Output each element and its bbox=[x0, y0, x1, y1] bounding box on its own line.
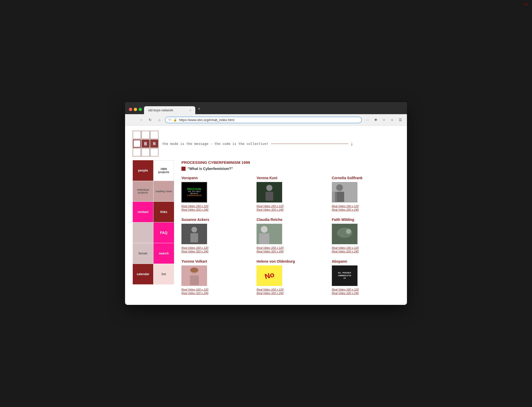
video-name-faith[interactable]: Faith Wilding bbox=[332, 218, 399, 222]
video-link-faith-real-video-320-x-240[interactable]: Real Video 320 x 240 bbox=[332, 250, 399, 253]
video-name-yvonne[interactable]: Yvonne Volkart bbox=[181, 259, 249, 263]
video-item-faith: Faith Wilding Real Video 160 x 120Real V… bbox=[332, 218, 399, 253]
menu-button[interactable]: ☰ bbox=[397, 116, 404, 123]
video-links-faith: Real Video 160 x 120Real Video 320 x 240 bbox=[332, 246, 399, 253]
video-link-yvonne-real-video-160-x-120[interactable]: Real Video 160 x 120 bbox=[181, 288, 249, 291]
video-name-verena[interactable]: Verena Kuni bbox=[257, 176, 324, 180]
chevron-right-button[interactable]: » bbox=[388, 116, 396, 123]
forward-button[interactable]: → bbox=[137, 116, 145, 123]
video-thumb-vorspann: PROCESSING The Old Boys Network CYBERFEM… bbox=[181, 182, 207, 202]
video-links-claudia: Real Video 160 x 120Real Video 320 x 240 bbox=[257, 246, 324, 253]
video-link-verena-real-video-320-x-240[interactable]: Real Video 320 x 240 bbox=[257, 208, 324, 211]
more-button[interactable]: ··· bbox=[364, 116, 371, 123]
section-title: PROCESSING CYBERFEMINISM 1999 bbox=[181, 160, 399, 165]
bookmark-button[interactable]: ☆ bbox=[380, 116, 387, 123]
video-links-vorspann: Real Video 160 x 120Real Video 320 x 240 bbox=[181, 205, 249, 211]
sidebar-item-empty bbox=[133, 222, 153, 243]
sidebar-item-contact[interactable]: contact bbox=[133, 202, 153, 222]
video-link-helene-real-video-320-x-240[interactable]: Real Video 320 x 240 bbox=[257, 292, 324, 295]
video-links-abspann: Real Video 160 x 120Real Video 320 x 240 bbox=[332, 288, 399, 295]
pocket-button[interactable]: ❖ bbox=[372, 116, 379, 123]
logo-cell-bl bbox=[133, 148, 141, 156]
video-item-vorspann: Vorspann PROCESSING The Old Boys Network… bbox=[181, 176, 249, 211]
video-grid: Vorspann PROCESSING The Old Boys Network… bbox=[181, 176, 399, 295]
sidebar-item-list[interactable]: list bbox=[154, 264, 174, 284]
navigation-bar: ← → ↻ ⌂ 🛡 🔒 ··· ❖ ☆ » ☰ bbox=[125, 114, 407, 126]
active-tab[interactable]: old boys network × bbox=[144, 106, 195, 114]
sidebar-item-individual[interactable]: individual projects bbox=[133, 181, 153, 201]
svg-rect-4 bbox=[332, 192, 337, 202]
red-square-icon bbox=[181, 167, 186, 171]
tab-bar: old boys network × + bbox=[144, 105, 403, 114]
video-link-vorspann-real-video-320-x-240[interactable]: Real Video 320 x 240 bbox=[181, 208, 249, 211]
new-tab-button[interactable]: + bbox=[195, 105, 203, 114]
tab-close-button[interactable]: × bbox=[190, 109, 191, 112]
home-button[interactable]: ⌂ bbox=[156, 116, 163, 123]
video-name-cornelia[interactable]: Cornelia Sollfrank bbox=[332, 176, 399, 180]
logo-cell-bm bbox=[141, 148, 150, 156]
video-thumb-faith bbox=[332, 224, 357, 244]
reload-button[interactable]: ↻ bbox=[147, 116, 154, 123]
browser-window: old boys network × + ← → ↻ ⌂ 🛡 🔒 ··· ❖ ☆… bbox=[125, 102, 407, 305]
video-links-verena: Real Video 160 x 120Real Video 320 x 240 bbox=[257, 205, 324, 211]
video-link-abspann-real-video-320-x-240[interactable]: Real Video 320 x 240 bbox=[332, 292, 399, 295]
svg-point-5 bbox=[191, 227, 197, 232]
video-link-susanne-real-video-160-x-120[interactable]: Real Video 160 x 120 bbox=[181, 246, 249, 249]
sidebar-item-links[interactable]: links bbox=[154, 202, 174, 222]
shield-icon: 🛡 bbox=[168, 118, 171, 121]
tagline-area: the mode is the message - the code is th… bbox=[162, 141, 353, 146]
logo-cell-tr bbox=[150, 131, 158, 139]
logo-cell-br bbox=[150, 148, 158, 156]
maximize-button[interactable] bbox=[139, 108, 142, 111]
page-content: B N the mode is the message - the code i… bbox=[125, 126, 407, 305]
nav-grid: people OBN projects individual projects … bbox=[133, 160, 174, 284]
video-links-yvonne: Real Video 160 x 120Real Video 320 x 240 bbox=[181, 288, 249, 295]
tagline-line bbox=[271, 144, 348, 144]
video-thumb-cornelia bbox=[332, 182, 357, 202]
video-link-faith-real-video-160-x-120[interactable]: Real Video 160 x 120 bbox=[332, 246, 399, 249]
video-link-cornelia-real-video-160-x-120[interactable]: Real Video 160 x 120 bbox=[332, 205, 399, 208]
video-name-abspann[interactable]: Abspann bbox=[332, 259, 399, 263]
url-input[interactable] bbox=[179, 118, 359, 122]
video-link-abspann-real-video-160-x-120[interactable]: Real Video 160 x 120 bbox=[332, 288, 399, 291]
close-button[interactable] bbox=[129, 108, 132, 111]
video-link-verena-real-video-160-x-120[interactable]: Real Video 160 x 120 bbox=[257, 205, 324, 208]
svg-point-2 bbox=[336, 184, 343, 191]
back-button[interactable]: ← bbox=[128, 116, 135, 123]
sidebar-item-faq[interactable]: FAQ bbox=[154, 222, 174, 243]
obn-logo: B N bbox=[133, 131, 158, 156]
content-area: PROCESSING CYBERFEMINISM 1999 "What is C… bbox=[179, 160, 399, 295]
video-item-abspann: Abspann ALL POSSIBLECOMMUNICATIOC0 Real … bbox=[332, 259, 399, 295]
video-thumb-yvonne bbox=[181, 265, 207, 286]
video-name-vorspann[interactable]: Vorspann bbox=[181, 176, 249, 180]
video-thumb-claudia bbox=[257, 224, 282, 244]
video-links-susanne: Real Video 160 x 120Real Video 320 x 240 bbox=[181, 246, 249, 253]
svg-rect-1 bbox=[265, 192, 273, 201]
video-link-yvonne-real-video-320-x-240[interactable]: Real Video 320 x 240 bbox=[181, 292, 249, 295]
video-thumb-helene: No Yes bbox=[257, 265, 282, 286]
video-link-helene-real-video-160-x-120[interactable]: Real Video 160 x 120 bbox=[257, 288, 324, 291]
nav-actions: ··· ❖ ☆ » ☰ bbox=[364, 116, 404, 123]
sidebar-item-reading[interactable]: reading room bbox=[154, 181, 174, 201]
minimize-button[interactable] bbox=[134, 108, 137, 111]
video-item-susanne: Susanne Ackers Real Video 160 x 120Real … bbox=[181, 218, 249, 253]
video-thumb-abspann: ALL POSSIBLECOMMUNICATIOC0 bbox=[332, 265, 357, 286]
video-link-claudia-real-video-320-x-240[interactable]: Real Video 320 x 240 bbox=[257, 250, 324, 253]
video-link-vorspann-real-video-160-x-120[interactable]: Real Video 160 x 120 bbox=[181, 205, 249, 208]
video-link-claudia-real-video-160-x-120[interactable]: Real Video 160 x 120 bbox=[257, 246, 324, 249]
sidebar-item-forum[interactable]: forum bbox=[133, 243, 153, 264]
sidebar-item-obn-projects[interactable]: OBN projects bbox=[154, 160, 174, 181]
sidebar-item-calendar[interactable]: calendar bbox=[133, 264, 153, 284]
sidebar-item-search[interactable]: search bbox=[154, 243, 174, 264]
tab-title: old boys network bbox=[148, 108, 173, 112]
main-layout: people OBN projects individual projects … bbox=[133, 160, 399, 295]
sidebar-item-people[interactable]: people bbox=[133, 160, 153, 181]
video-link-susanne-real-video-320-x-240[interactable]: Real Video 320 x 240 bbox=[181, 250, 249, 253]
video-name-claudia[interactable]: Claudia Reiche bbox=[257, 218, 324, 222]
lock-icon: 🔒 bbox=[173, 118, 177, 122]
video-name-helene[interactable]: Helene von Oldenburg bbox=[257, 259, 324, 263]
svg-rect-6 bbox=[190, 233, 198, 242]
video-link-cornelia-real-video-320-x-240[interactable]: Real Video 320 x 240 bbox=[332, 208, 399, 211]
video-thumb-susanne bbox=[181, 224, 207, 244]
video-name-susanne[interactable]: Susanne Ackers bbox=[181, 218, 249, 222]
